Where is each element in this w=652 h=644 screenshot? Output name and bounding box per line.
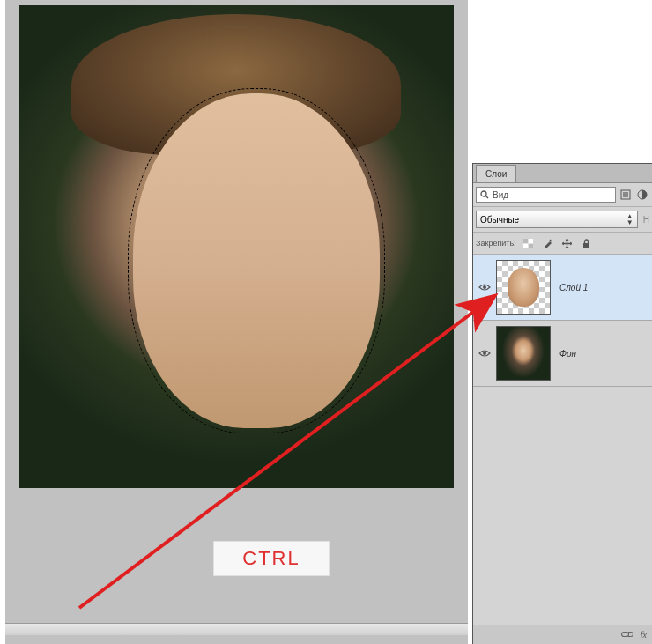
link-layers-icon[interactable] xyxy=(621,630,633,640)
tab-layers[interactable]: Слои xyxy=(476,165,516,182)
layer-thumbnail[interactable] xyxy=(496,260,551,315)
tab-label: Слои xyxy=(485,169,507,179)
lock-position-icon[interactable] xyxy=(560,236,574,250)
svg-point-11 xyxy=(483,285,486,289)
thumbnail-face xyxy=(508,268,539,307)
fx-label: fx xyxy=(641,630,647,640)
svg-rect-8 xyxy=(529,239,534,244)
composited-photo xyxy=(19,5,454,488)
thumbnail-photo xyxy=(497,326,550,381)
layers-panel: Слои Вид Обычные ▲▼ Н Закрепить: xyxy=(472,163,652,644)
lock-transparency-icon[interactable] xyxy=(522,236,536,250)
svg-point-12 xyxy=(483,352,486,355)
blend-mode-select[interactable]: Обычные ▲▼ xyxy=(476,211,638,228)
layer-row[interactable]: Фон xyxy=(473,321,652,387)
svg-rect-7 xyxy=(529,243,534,248)
panel-footer: fx xyxy=(473,625,652,644)
layer-kind-select[interactable]: Вид xyxy=(476,187,616,203)
svg-rect-4 xyxy=(623,192,628,197)
panel-tabs: Слои xyxy=(473,164,652,183)
lock-label: Закрепить: xyxy=(476,239,516,248)
svg-rect-6 xyxy=(523,239,529,244)
layer-name[interactable]: Слой 1 xyxy=(559,283,588,292)
layer-kind-value: Вид xyxy=(493,190,508,200)
ctrl-text: CTRL xyxy=(242,547,300,570)
layer-name[interactable]: Фон xyxy=(559,349,576,359)
filter-pixel-icon[interactable] xyxy=(619,188,633,202)
svg-line-2 xyxy=(485,196,488,198)
marching-ants-selection xyxy=(128,88,385,433)
visibility-toggle[interactable] xyxy=(477,349,493,358)
filter-adjust-icon[interactable] xyxy=(635,188,649,202)
transparency-checkerboard xyxy=(497,261,550,314)
layer-thumbnail[interactable] xyxy=(496,326,551,381)
blend-mode-value: Обычные xyxy=(480,215,519,225)
eye-icon xyxy=(478,349,491,358)
lock-pixels-icon[interactable] xyxy=(541,236,555,250)
filter-row: Вид xyxy=(473,183,652,207)
canvas-image[interactable] xyxy=(19,5,454,488)
select-arrows-icon: ▲▼ xyxy=(626,213,633,226)
svg-rect-10 xyxy=(583,243,589,248)
blend-row: Обычные ▲▼ Н xyxy=(473,207,652,233)
svg-rect-9 xyxy=(523,243,529,248)
svg-point-1 xyxy=(481,191,486,196)
lock-all-icon[interactable] xyxy=(580,236,594,250)
horizontal-scrollbar[interactable] xyxy=(5,623,468,635)
search-icon xyxy=(480,190,489,199)
lock-row: Закрепить: xyxy=(473,233,652,255)
fx-button[interactable]: fx xyxy=(641,630,647,640)
layers-list: Слой 1 Фон xyxy=(473,255,652,387)
opacity-label-partial: Н xyxy=(643,215,649,225)
visibility-toggle[interactable] xyxy=(477,283,493,292)
ctrl-keyboard-label: CTRL xyxy=(213,541,330,576)
layer-row[interactable]: Слой 1 xyxy=(473,255,652,321)
eye-icon xyxy=(478,283,491,292)
